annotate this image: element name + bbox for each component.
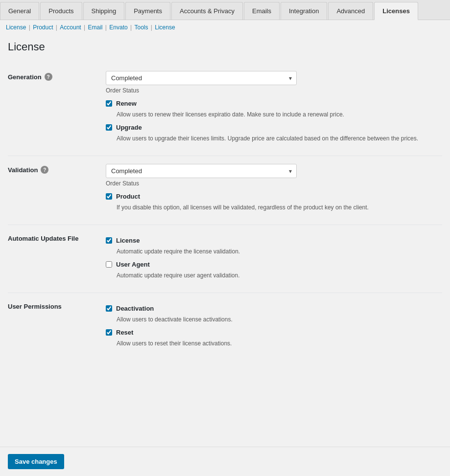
tab-advanced[interactable]: Advanced	[328, 2, 373, 20]
breadcrumb-separator: |	[104, 24, 109, 31]
section-label-col-automatic-updates-file: Automatic Updates File	[8, 233, 106, 285]
breadcrumb-link-license[interactable]: License	[6, 24, 26, 31]
section-content-generation: CompletedProcessingPendingOn Hold▾Order …	[106, 71, 442, 148]
breadcrumb-link-tools[interactable]: Tools	[134, 24, 148, 31]
breadcrumb-link-account[interactable]: Account	[60, 24, 81, 31]
breadcrumb-separator: |	[82, 24, 87, 31]
checkbox-row-reset: Reset	[106, 329, 442, 336]
section-label-generation: Generation	[8, 73, 42, 81]
section-label-col-generation: Generation?	[8, 71, 106, 148]
checkbox-renew[interactable]	[106, 100, 112, 107]
dropdown-wrapper-generation: CompletedProcessingPendingOn Hold▾	[106, 71, 297, 85]
page-title: License	[8, 41, 442, 53]
dropdown-generation[interactable]: CompletedProcessingPendingOn Hold	[106, 71, 297, 85]
breadcrumb-link-license[interactable]: License	[155, 24, 175, 31]
checkbox-row-renew: Renew	[106, 100, 442, 107]
section-validation: Validation?CompletedProcessingPendingOn …	[8, 156, 442, 225]
help-icon-validation[interactable]: ?	[41, 166, 48, 174]
tab-shipping[interactable]: Shipping	[83, 2, 125, 20]
section-label-user-permissions: User Permissions	[8, 303, 62, 310]
checkbox-label-user-agent[interactable]: User Agent	[116, 261, 150, 268]
breadcrumb-separator: |	[149, 24, 154, 31]
tab-general[interactable]: General	[0, 2, 39, 20]
checkbox-label-license-check[interactable]: License	[116, 237, 140, 244]
checkbox-product[interactable]	[106, 193, 112, 200]
help-icon-generation[interactable]: ?	[45, 73, 52, 81]
tab-payments[interactable]: Payments	[125, 2, 170, 20]
checkbox-row-product: Product	[106, 193, 442, 200]
tab-integration[interactable]: Integration	[281, 2, 327, 20]
checkbox-desc-user-agent: Automatic update require user agent vali…	[117, 271, 442, 280]
checkbox-label-deactivation[interactable]: Deactivation	[116, 305, 154, 312]
checkbox-license-check[interactable]	[106, 237, 112, 244]
breadcrumb: License | Product | Account | Email | En…	[0, 20, 450, 35]
dropdown-validation[interactable]: CompletedProcessingPendingOn Hold	[106, 164, 297, 178]
checkbox-label-product[interactable]: Product	[116, 193, 140, 200]
checkbox-reset[interactable]	[106, 329, 112, 336]
checkbox-desc-reset: Allow users to reset their license activ…	[117, 339, 442, 348]
checkbox-row-deactivation: Deactivation	[106, 305, 442, 312]
checkbox-label-upgrade[interactable]: Upgrade	[116, 124, 142, 131]
section-label-validation: Validation	[8, 166, 38, 174]
page-content: License Generation?CompletedProcessingPe…	[0, 35, 450, 475]
tabs-bar: GeneralProductsShippingPaymentsAccounts …	[0, 0, 450, 20]
breadcrumb-separator: |	[129, 24, 134, 31]
tab-emails[interactable]: Emails	[244, 2, 280, 20]
breadcrumb-separator: |	[27, 24, 32, 31]
checkbox-row-upgrade: Upgrade	[106, 124, 442, 131]
section-label-automatic-updates-file: Automatic Updates File	[8, 235, 78, 242]
settings-sections: Generation?CompletedProcessingPendingOn …	[8, 63, 442, 361]
checkbox-desc-license-check: Automatic update require the license val…	[117, 247, 442, 256]
tab-accounts-privacy[interactable]: Accounts & Privacy	[171, 2, 243, 20]
save-button-bar: Save changes	[0, 447, 450, 475]
section-label-col-user-permissions: User Permissions	[8, 301, 106, 353]
tab-licenses[interactable]: Licenses	[374, 2, 418, 20]
section-generation: Generation?CompletedProcessingPendingOn …	[8, 63, 442, 156]
checkbox-row-user-agent: User Agent	[106, 261, 442, 268]
breadcrumb-separator: |	[54, 24, 59, 31]
section-user-permissions: User PermissionsDeactivationAllow users …	[8, 293, 442, 361]
breadcrumb-link-email[interactable]: Email	[88, 24, 102, 31]
checkbox-desc-deactivation: Allow users to deactivate license activa…	[117, 315, 442, 324]
checkbox-label-reset[interactable]: Reset	[116, 329, 133, 336]
order-status-label-generation: Order Status	[106, 87, 442, 94]
checkbox-desc-product: If you disable this option, all licenses…	[117, 203, 442, 212]
section-content-user-permissions: DeactivationAllow users to deactivate li…	[106, 301, 442, 353]
save-button[interactable]: Save changes	[8, 454, 64, 469]
order-status-label-validation: Order Status	[106, 180, 442, 187]
section-content-automatic-updates-file: LicenseAutomatic update require the lice…	[106, 233, 442, 285]
section-label-col-validation: Validation?	[8, 164, 106, 217]
checkbox-upgrade[interactable]	[106, 124, 112, 131]
checkbox-desc-upgrade: Allow users to upgrade their licenes lim…	[117, 134, 442, 143]
section-automatic-updates-file: Automatic Updates FileLicenseAutomatic u…	[8, 225, 442, 293]
checkbox-user-agent[interactable]	[106, 261, 112, 268]
dropdown-wrapper-validation: CompletedProcessingPendingOn Hold▾	[106, 164, 297, 178]
checkbox-desc-renew: Allow users to renew their licenses expi…	[117, 110, 442, 119]
checkbox-deactivation[interactable]	[106, 305, 112, 312]
section-content-validation: CompletedProcessingPendingOn Hold▾Order …	[106, 164, 442, 217]
checkbox-row-license-check: License	[106, 237, 442, 244]
checkbox-label-renew[interactable]: Renew	[116, 100, 137, 107]
breadcrumb-link-product[interactable]: Product	[33, 24, 53, 31]
breadcrumb-link-envato[interactable]: Envato	[109, 24, 127, 31]
tab-products[interactable]: Products	[40, 2, 82, 20]
